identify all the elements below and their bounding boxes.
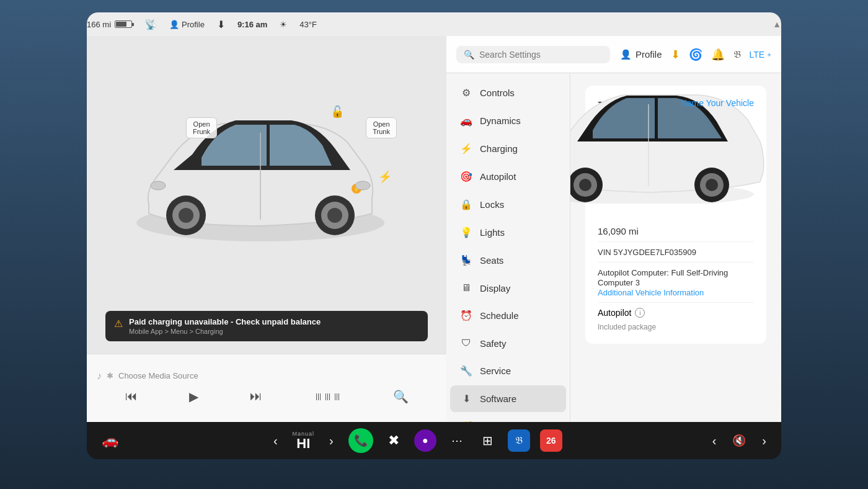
autopilot-label: Autopilot <box>598 308 631 318</box>
menu-icon-service: 🔧 <box>460 365 472 377</box>
menu-label-display: Display <box>480 283 510 294</box>
taskbar-right: ‹ 🔇 › <box>707 431 771 451</box>
menu-item-lights[interactable]: 💡 Lights <box>450 219 566 246</box>
open-frunk-button[interactable]: Open Frunk <box>186 117 217 138</box>
profile-icon: 👤 <box>620 49 632 60</box>
menu-item-charging[interactable]: ⚡ Charging <box>450 135 566 162</box>
download-icon-top: ⬇ <box>217 19 225 30</box>
calendar-button[interactable]: 26 <box>540 429 562 452</box>
menu-icon-dynamics: 🚗 <box>460 115 472 127</box>
signal-header-button[interactable]: LTE+ <box>750 50 771 60</box>
menu-icon-software: ⬇ <box>460 393 472 405</box>
menu-label-lights: Lights <box>480 227 505 238</box>
bell-icon-button[interactable]: 🔔 <box>711 48 725 61</box>
volume-button[interactable]: 🔇 <box>727 431 751 450</box>
profile-label-top: 👤 Profile <box>169 20 205 29</box>
settings-menu: ⚙ Controls 🚗 Dynamics ⚡ Charging 🎯 Autop… <box>446 73 570 422</box>
menu-item-software[interactable]: ⬇ Software <box>450 385 566 412</box>
autopilot-row: Autopilot i <box>598 303 754 323</box>
prev-drive-button[interactable]: ‹ <box>268 431 283 451</box>
menu-item-navigation[interactable]: 🧭 Navigation <box>450 413 566 422</box>
menu-item-locks[interactable]: 🔒 Locks <box>450 191 566 218</box>
menu-item-dynamics[interactable]: 🚗 Dynamics <box>450 107 566 134</box>
vin-value: VIN 5YJYGDEE7LF035909 <box>598 248 696 257</box>
battery-bar-icon <box>115 20 132 28</box>
car-illustration: ⚡ <box>112 99 409 260</box>
taskbar: 🚗 ‹ Manual HI › 📞 ✖ ● ⋯ ⊞ 𝔅 26 ‹ <box>87 422 781 459</box>
menu-icon-locks: 🔒 <box>460 199 472 210</box>
search-box[interactable]: 🔍 <box>456 46 610 63</box>
menu-item-schedule[interactable]: ⏰ Schedule <box>450 302 566 329</box>
name-vehicle-link[interactable]: Name Your Vehicle <box>681 98 754 108</box>
media-player: ♪ ✱ Choose Media Source ⏮ ▶ ⏭ ⫼⫼⫼ 🔍 <box>87 354 446 422</box>
computer-value: Autopilot Computer: Full Self-Driving Co… <box>598 268 728 287</box>
menu-label-service: Service <box>480 366 511 376</box>
media-controls: ⏮ ▶ ⏭ ⫼⫼⫼ 🔍 <box>87 384 446 411</box>
grid-button[interactable]: ⊞ <box>477 431 498 451</box>
open-trunk-button[interactable]: Open Trunk <box>366 117 397 138</box>
svg-point-11 <box>355 181 370 190</box>
charge-indicator: ⚡ <box>378 170 392 184</box>
status-bar: 166 mi 📡 👤 Profile ⬇ 9:16 am ☀ 43°F ▲ <box>87 12 781 36</box>
sun-icon: ☀ <box>280 20 287 29</box>
menu-item-controls[interactable]: ⚙ Controls <box>450 79 566 106</box>
time-display: 9:16 am <box>237 20 267 29</box>
menu-item-seats[interactable]: 💺 Seats <box>450 247 566 274</box>
menu-label-autopilot: Autopilot <box>480 171 516 182</box>
calendar-date: 26 <box>546 436 556 446</box>
additional-info-link[interactable]: Additional Vehicle Information <box>598 288 704 297</box>
media-circle-button[interactable]: ● <box>414 429 436 452</box>
menu-item-safety[interactable]: 🛡 Safety <box>450 330 566 356</box>
left-panel: ⚡ Open Frunk 🔓 Open <box>87 36 446 422</box>
autopilot-sub: Included package <box>598 323 754 331</box>
next-button[interactable]: ⏭ <box>245 387 267 406</box>
download-icon-button[interactable]: ⬇ <box>671 48 680 61</box>
menu-item-display[interactable]: 🖥 Display <box>450 275 566 301</box>
equalizer-button[interactable]: ⫼⫼⫼ <box>309 388 347 405</box>
menu-icon-safety: 🛡 <box>460 338 472 349</box>
back-button[interactable]: ‹ <box>707 431 722 451</box>
alert-icon: ⚠ <box>114 318 123 330</box>
more-button[interactable]: ⋯ <box>446 431 467 450</box>
menu-label-controls: Controls <box>480 87 515 98</box>
menu-icon-display: 🖥 <box>460 282 472 294</box>
svg-point-15 <box>579 179 591 191</box>
vin-row: VIN 5YJYGDEE7LF035909 <box>598 242 754 262</box>
header-icons: 👤 Profile ⬇ 🌀 🔔 𝔅 LTE+ <box>620 48 771 61</box>
car-home-button[interactable]: 🚗 <box>97 430 123 451</box>
prev-button[interactable]: ⏮ <box>120 387 143 406</box>
svg-point-10 <box>151 181 166 190</box>
next-drive-button[interactable]: › <box>324 431 339 451</box>
alert-content: Paid charging unavailable - Check unpaid… <box>129 317 321 335</box>
forward-button[interactable]: › <box>757 431 771 451</box>
bluetooth-button[interactable]: 𝔅 <box>508 429 530 452</box>
profile-button-label: Profile <box>636 49 662 60</box>
play-button[interactable]: ▶ <box>184 387 203 406</box>
signal-icon: ▲ <box>773 19 781 29</box>
menu-item-autopilot[interactable]: 🎯 Autopilot <box>450 163 566 190</box>
fan-icon-button[interactable]: 🌀 <box>689 48 702 61</box>
car-svg-container: ⚡ Open Frunk 🔓 Open <box>112 99 422 297</box>
search-input[interactable] <box>479 50 603 60</box>
menu-label-dynamics: Dynamics <box>480 115 521 126</box>
settings-body: ⚙ Controls 🚗 Dynamics ⚡ Charging 🎯 Autop… <box>446 73 781 422</box>
media-source-label[interactable]: Choose Media Source <box>118 371 198 380</box>
menu-icon-charging: ⚡ <box>460 143 472 155</box>
profile-button[interactable]: 👤 Profile <box>620 49 662 60</box>
menu-icon-lights: 💡 <box>460 227 472 238</box>
open-frunk-label: Open Frunk <box>193 120 210 135</box>
menu-item-service[interactable]: 🔧 Service <box>450 357 566 384</box>
search-media-button[interactable]: 🔍 <box>388 387 414 406</box>
svg-point-6 <box>327 208 342 223</box>
right-panel: 🔍 👤 Profile ⬇ 🌀 🔔 𝔅 LTE+ <box>446 36 781 422</box>
phone-button[interactable]: 📞 <box>348 428 373 453</box>
menu-label-schedule: Schedule <box>480 310 519 321</box>
apps-button[interactable]: ✖ <box>383 430 404 451</box>
info-icon[interactable]: i <box>635 308 645 318</box>
alert-title: Paid charging unavailable - Check unpaid… <box>129 317 321 326</box>
bluetooth-header-button[interactable]: 𝔅 <box>733 49 741 60</box>
menu-icon-autopilot: 🎯 <box>460 171 472 182</box>
settings-header: 🔍 👤 Profile ⬇ 🌀 🔔 𝔅 LTE+ <box>446 36 781 73</box>
svg-point-3 <box>179 208 193 223</box>
vehicle-stats: 16,090 mi VIN 5YJYGDEE7LF035909 Autopilo… <box>598 221 754 331</box>
